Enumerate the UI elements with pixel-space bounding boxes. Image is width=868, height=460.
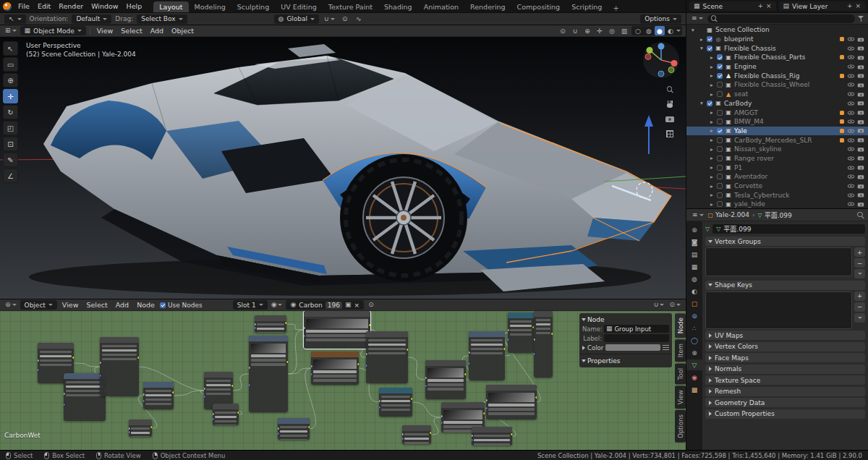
transform-tool[interactable]: ⊡: [3, 137, 18, 151]
viewport-menu[interactable]: Object: [169, 27, 197, 35]
node-canvas[interactable]: Node Name: ▦ Group Input Label:: [0, 311, 686, 450]
shader-node[interactable]: [129, 419, 152, 437]
panel-header[interactable]: Normals: [705, 365, 865, 374]
output-socket[interactable]: [137, 356, 139, 359]
editor-type-selector[interactable]: ≡: [691, 210, 705, 220]
collection-checkbox[interactable]: [717, 156, 723, 161]
hide-viewport-icon[interactable]: [848, 92, 854, 97]
shader-node[interactable]: [100, 337, 139, 396]
input-socket[interactable]: [366, 364, 368, 367]
input-socket[interactable]: [100, 361, 102, 365]
overlays-icon[interactable]: ⊙: [668, 300, 682, 310]
disclosure-arrow[interactable]: ▸: [709, 54, 715, 61]
node-header[interactable]: [100, 337, 139, 343]
output-socket[interactable]: [482, 412, 485, 415]
node-header[interactable]: [255, 315, 286, 321]
output-socket[interactable]: [307, 425, 310, 429]
material-slot-dropdown[interactable]: Slot 1: [233, 300, 268, 310]
output-socket[interactable]: [550, 332, 553, 336]
collection-checkbox[interactable]: [717, 119, 723, 124]
disclosure-arrow[interactable]: ▸: [709, 119, 715, 125]
outliner-row[interactable]: ▸ ▣ yale_hide: [686, 200, 868, 208]
drag-dropdown[interactable]: Select Box: [137, 14, 187, 24]
disclosure-arrow[interactable]: ▸: [709, 137, 715, 143]
shader-node[interactable]: [472, 427, 512, 446]
front-wheel[interactable]: [340, 154, 467, 281]
overlays-icon[interactable]: ◎: [607, 26, 617, 35]
hide-viewport-icon[interactable]: [848, 82, 854, 88]
input-socket[interactable]: [249, 383, 251, 387]
outliner-row[interactable]: ▾ ▣ CarBody: [686, 99, 868, 108]
node-header[interactable]: [249, 336, 288, 341]
disclosure-arrow[interactable]: ▸: [709, 82, 715, 88]
proportional-edit-icon[interactable]: ⊙: [558, 26, 568, 35]
active-tool-selector[interactable]: ↖: [4, 14, 26, 24]
orientation-dropdown[interactable]: Default: [72, 14, 111, 24]
shader-node[interactable]: [379, 388, 412, 417]
collection-checkbox[interactable]: [717, 73, 723, 79]
disclosure-arrow[interactable]: ▸: [709, 127, 715, 134]
sidebar-tab[interactable]: Tool: [675, 364, 686, 385]
specials-menu-button[interactable]: [854, 313, 865, 323]
node-header[interactable]: [366, 331, 408, 337]
output-socket[interactable]: [284, 321, 286, 325]
mode-dropdown[interactable]: ▦ Object Mode: [20, 26, 86, 35]
hide-viewport-icon[interactable]: [848, 119, 854, 124]
output-socket[interactable]: [406, 348, 408, 352]
delete-scene-button[interactable]: ×: [766, 3, 772, 9]
disable-render-icon[interactable]: [858, 55, 864, 59]
collection-checkbox[interactable]: [717, 137, 723, 143]
hide-viewport-icon[interactable]: [848, 147, 854, 152]
browse-material-icon[interactable]: ◉: [270, 300, 284, 310]
disclosure-arrow[interactable]: ▸: [709, 164, 715, 171]
hide-viewport-icon[interactable]: [848, 137, 854, 142]
input-socket[interactable]: [64, 403, 66, 406]
remove-button[interactable]: −: [854, 302, 865, 312]
menu-item[interactable]: Edit: [34, 2, 54, 10]
node-header[interactable]: [311, 352, 359, 357]
outliner-row[interactable]: ▾ ▣ Flexible Chassis: [686, 43, 868, 53]
hide-viewport-icon[interactable]: [848, 37, 854, 42]
workspace-tab[interactable]: Texture Paint: [323, 1, 378, 13]
list-box[interactable]: [705, 247, 852, 276]
outliner-row[interactable]: ▸ ▲ seat: [686, 90, 868, 99]
node-header[interactable]: [204, 372, 233, 378]
cursor-tool[interactable]: ⊕: [3, 73, 18, 88]
panel-header[interactable]: Custom Properties: [705, 409, 865, 419]
input-socket[interactable]: [213, 417, 215, 421]
shader-type-dropdown[interactable]: Object: [20, 300, 57, 310]
disable-render-icon[interactable]: [858, 101, 864, 106]
editor-type-selector[interactable]: ⊚: [4, 300, 18, 310]
collection-checkbox[interactable]: [717, 110, 723, 116]
input-socket[interactable]: [100, 374, 102, 378]
panel-header[interactable]: Shape Keys: [705, 281, 865, 290]
node-header[interactable]: [129, 419, 152, 425]
output-socket[interactable]: [171, 391, 174, 394]
input-socket[interactable]: [249, 366, 251, 370]
workspace-tab[interactable]: Shading: [378, 1, 418, 13]
panel-header[interactable]: Remesh: [705, 387, 865, 396]
disable-render-icon[interactable]: [858, 129, 864, 133]
panel-header[interactable]: Face Maps: [705, 353, 865, 362]
outliner-row[interactable]: ▸ ▣ Engine: [686, 62, 868, 72]
snap-magnet-icon[interactable]: ∪: [570, 26, 580, 35]
shader-node[interactable]: [278, 418, 310, 440]
color-panel-header[interactable]: Color: [582, 343, 669, 352]
annotate-tool[interactable]: ✎: [3, 153, 18, 167]
panel-header[interactable]: Texture Space: [705, 375, 865, 385]
node-editor-menu[interactable]: Select: [83, 301, 110, 309]
workspace-tab[interactable]: Compositing: [511, 1, 566, 13]
disable-render-icon[interactable]: [858, 82, 864, 87]
shader-node[interactable]: [508, 312, 534, 353]
output-socket[interactable]: [429, 431, 431, 435]
disclosure-arrow[interactable]: ▸: [709, 183, 715, 189]
sidebar-tab[interactable]: View: [675, 386, 686, 409]
shader-node[interactable]: [213, 404, 239, 425]
shader-node[interactable]: [469, 331, 505, 380]
node-header[interactable]: [441, 402, 485, 408]
node-color-swatch[interactable]: [605, 344, 660, 351]
pin-icon[interactable]: ⊙: [366, 300, 376, 310]
input-socket[interactable]: [311, 372, 313, 376]
disable-render-icon[interactable]: [858, 74, 864, 78]
shader-node[interactable]: [402, 425, 431, 444]
